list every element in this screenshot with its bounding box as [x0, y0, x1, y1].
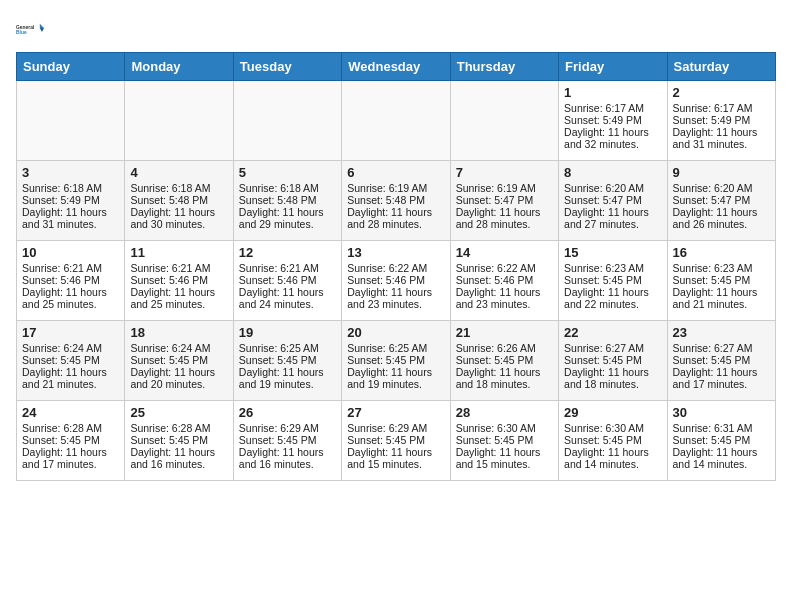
- day-info: Sunset: 5:45 PM: [564, 354, 661, 366]
- day-info: Sunrise: 6:25 AM: [239, 342, 336, 354]
- day-number: 20: [347, 325, 444, 340]
- day-info: and 25 minutes.: [22, 298, 119, 310]
- day-info: and 20 minutes.: [130, 378, 227, 390]
- day-info: Daylight: 11 hours: [22, 366, 119, 378]
- day-info: and 21 minutes.: [673, 298, 770, 310]
- day-info: Daylight: 11 hours: [130, 286, 227, 298]
- calendar-cell: 30Sunrise: 6:31 AMSunset: 5:45 PMDayligh…: [667, 401, 775, 481]
- calendar-cell: 10Sunrise: 6:21 AMSunset: 5:46 PMDayligh…: [17, 241, 125, 321]
- day-info: Daylight: 11 hours: [673, 206, 770, 218]
- day-info: Daylight: 11 hours: [564, 126, 661, 138]
- day-info: Sunset: 5:48 PM: [130, 194, 227, 206]
- day-info: Sunrise: 6:23 AM: [673, 262, 770, 274]
- day-info: Sunrise: 6:24 AM: [22, 342, 119, 354]
- calendar-cell: 24Sunrise: 6:28 AMSunset: 5:45 PMDayligh…: [17, 401, 125, 481]
- calendar-cell: 16Sunrise: 6:23 AMSunset: 5:45 PMDayligh…: [667, 241, 775, 321]
- day-info: Daylight: 11 hours: [239, 206, 336, 218]
- day-header-monday: Monday: [125, 53, 233, 81]
- day-info: Sunset: 5:45 PM: [239, 434, 336, 446]
- day-info: Sunrise: 6:28 AM: [130, 422, 227, 434]
- day-number: 4: [130, 165, 227, 180]
- day-info: Sunset: 5:47 PM: [564, 194, 661, 206]
- calendar-cell: 3Sunrise: 6:18 AMSunset: 5:49 PMDaylight…: [17, 161, 125, 241]
- svg-text:General: General: [16, 25, 35, 30]
- day-number: 24: [22, 405, 119, 420]
- day-info: Sunset: 5:46 PM: [239, 274, 336, 286]
- day-info: and 23 minutes.: [347, 298, 444, 310]
- calendar-cell: 22Sunrise: 6:27 AMSunset: 5:45 PMDayligh…: [559, 321, 667, 401]
- day-info: and 21 minutes.: [22, 378, 119, 390]
- day-info: Daylight: 11 hours: [456, 206, 553, 218]
- day-info: Sunset: 5:46 PM: [456, 274, 553, 286]
- calendar-table: SundayMondayTuesdayWednesdayThursdayFrid…: [16, 52, 776, 481]
- day-number: 18: [130, 325, 227, 340]
- day-number: 27: [347, 405, 444, 420]
- day-info: Sunrise: 6:27 AM: [673, 342, 770, 354]
- day-number: 25: [130, 405, 227, 420]
- calendar-cell: [17, 81, 125, 161]
- calendar-cell: 7Sunrise: 6:19 AMSunset: 5:47 PMDaylight…: [450, 161, 558, 241]
- day-number: 22: [564, 325, 661, 340]
- calendar-cell: 17Sunrise: 6:24 AMSunset: 5:45 PMDayligh…: [17, 321, 125, 401]
- day-info: Daylight: 11 hours: [347, 446, 444, 458]
- day-number: 17: [22, 325, 119, 340]
- calendar-cell: 19Sunrise: 6:25 AMSunset: 5:45 PMDayligh…: [233, 321, 341, 401]
- calendar-cell: [125, 81, 233, 161]
- day-info: and 16 minutes.: [239, 458, 336, 470]
- day-number: 23: [673, 325, 770, 340]
- day-info: Sunrise: 6:23 AM: [564, 262, 661, 274]
- calendar-cell: 6Sunrise: 6:19 AMSunset: 5:48 PMDaylight…: [342, 161, 450, 241]
- svg-text:Blue: Blue: [16, 30, 27, 35]
- day-info: and 14 minutes.: [673, 458, 770, 470]
- day-info: Daylight: 11 hours: [347, 206, 444, 218]
- calendar-cell: [342, 81, 450, 161]
- day-info: and 32 minutes.: [564, 138, 661, 150]
- day-info: Sunrise: 6:27 AM: [564, 342, 661, 354]
- day-info: Sunset: 5:45 PM: [347, 354, 444, 366]
- day-info: and 19 minutes.: [239, 378, 336, 390]
- day-number: 3: [22, 165, 119, 180]
- day-info: Daylight: 11 hours: [456, 366, 553, 378]
- day-info: Sunset: 5:45 PM: [456, 354, 553, 366]
- day-info: and 23 minutes.: [456, 298, 553, 310]
- calendar-cell: 9Sunrise: 6:20 AMSunset: 5:47 PMDaylight…: [667, 161, 775, 241]
- day-info: and 16 minutes.: [130, 458, 227, 470]
- day-header-thursday: Thursday: [450, 53, 558, 81]
- day-info: and 18 minutes.: [564, 378, 661, 390]
- calendar-header-row: SundayMondayTuesdayWednesdayThursdayFrid…: [17, 53, 776, 81]
- day-info: Sunset: 5:45 PM: [673, 274, 770, 286]
- calendar-cell: 4Sunrise: 6:18 AMSunset: 5:48 PMDaylight…: [125, 161, 233, 241]
- day-info: and 26 minutes.: [673, 218, 770, 230]
- day-info: Sunset: 5:45 PM: [673, 434, 770, 446]
- day-info: and 17 minutes.: [22, 458, 119, 470]
- day-info: Sunset: 5:46 PM: [347, 274, 444, 286]
- day-info: and 19 minutes.: [347, 378, 444, 390]
- day-info: Sunset: 5:45 PM: [564, 274, 661, 286]
- day-number: 1: [564, 85, 661, 100]
- day-info: and 22 minutes.: [564, 298, 661, 310]
- day-info: and 18 minutes.: [456, 378, 553, 390]
- day-number: 21: [456, 325, 553, 340]
- day-info: Sunrise: 6:20 AM: [673, 182, 770, 194]
- day-number: 16: [673, 245, 770, 260]
- calendar-cell: 14Sunrise: 6:22 AMSunset: 5:46 PMDayligh…: [450, 241, 558, 321]
- day-info: Sunrise: 6:21 AM: [130, 262, 227, 274]
- day-info: and 15 minutes.: [347, 458, 444, 470]
- day-info: Daylight: 11 hours: [22, 446, 119, 458]
- calendar-cell: 27Sunrise: 6:29 AMSunset: 5:45 PMDayligh…: [342, 401, 450, 481]
- calendar-cell: [450, 81, 558, 161]
- logo: General Blue: [16, 16, 44, 44]
- day-info: Sunrise: 6:17 AM: [673, 102, 770, 114]
- calendar-week-row: 17Sunrise: 6:24 AMSunset: 5:45 PMDayligh…: [17, 321, 776, 401]
- day-number: 11: [130, 245, 227, 260]
- day-info: Sunset: 5:49 PM: [564, 114, 661, 126]
- day-info: Sunset: 5:47 PM: [673, 194, 770, 206]
- calendar-cell: 26Sunrise: 6:29 AMSunset: 5:45 PMDayligh…: [233, 401, 341, 481]
- day-info: and 28 minutes.: [456, 218, 553, 230]
- day-info: and 31 minutes.: [673, 138, 770, 150]
- day-info: Daylight: 11 hours: [673, 126, 770, 138]
- day-info: and 28 minutes.: [347, 218, 444, 230]
- calendar-cell: 12Sunrise: 6:21 AMSunset: 5:46 PMDayligh…: [233, 241, 341, 321]
- calendar-week-row: 10Sunrise: 6:21 AMSunset: 5:46 PMDayligh…: [17, 241, 776, 321]
- day-info: Sunrise: 6:18 AM: [239, 182, 336, 194]
